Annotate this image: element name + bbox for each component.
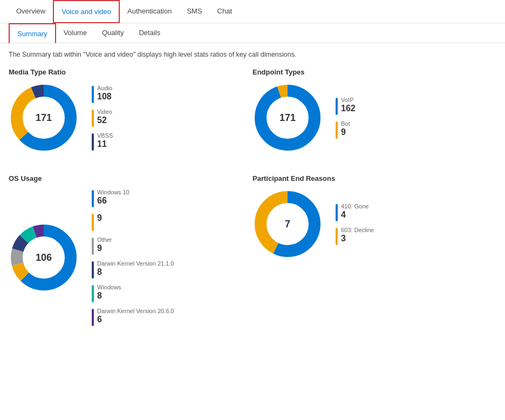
legend-bot-bar [336, 121, 338, 139]
legend-os-orange-bar [92, 214, 94, 231]
legend-os-orange-text: 9 [97, 213, 102, 223]
os-usage-donut: 106 [9, 222, 79, 293]
legend-vbss-bar [92, 133, 94, 151]
legend-vbss-value: 11 [97, 139, 113, 149]
legend-darwin-211-text: Darwin Kernel Version 21.1.0 8 [97, 260, 174, 277]
endpoint-types-content: 171 VoIP 162 Bot 9 [252, 83, 496, 153]
legend-voip-text: VoIP 162 [341, 97, 356, 113]
legend-win10-value: 66 [97, 195, 129, 206]
legend-bot: Bot 9 [336, 120, 356, 139]
legend-603: 603: Decline 3 [336, 227, 374, 245]
top-navigation: Overview Voice and video Authentication … [0, 0, 505, 23]
subnav-summary[interactable]: Summary [9, 23, 56, 43]
legend-voip-value: 162 [341, 103, 356, 113]
chart-os-usage: OS Usage [9, 174, 252, 326]
charts-container: Media Type Ratio 171 [0, 64, 505, 352]
legend-win10-label: Windows 10 [97, 189, 129, 195]
legend-darwin-211-label: Darwin Kernel Version 21.1.0 [97, 260, 174, 267]
legend-windows-value: 8 [97, 290, 121, 301]
legend-other-text: Other 9 [97, 236, 112, 253]
media-type-ratio-total: 171 [36, 112, 52, 124]
charts-row-2: OS Usage [9, 174, 496, 326]
nav-authentication[interactable]: Authentication [120, 1, 179, 23]
page-description: The Summary tab within "Voice and video"… [0, 43, 505, 64]
endpoint-types-donut: 171 [252, 83, 323, 153]
legend-bot-text: Bot 9 [341, 120, 350, 137]
legend-darwin-211-bar [92, 261, 94, 279]
legend-darwin-206-value: 6 [97, 314, 174, 324]
media-type-ratio-legend: Audio 108 Video 52 VBS [92, 85, 113, 151]
legend-audio-value: 108 [97, 91, 112, 101]
legend-other-value: 9 [97, 243, 112, 253]
legend-darwin-206-bar [92, 309, 94, 326]
participant-end-reasons-content: 7 410: Gone 4 603: Decline 3 [252, 189, 496, 259]
legend-darwin-211-value: 8 [97, 267, 174, 277]
legend-603-bar [336, 228, 338, 245]
chart-media-type-ratio: Media Type Ratio 171 [9, 68, 252, 153]
subnav-volume[interactable]: Volume [56, 23, 94, 43]
participant-end-reasons-donut: 7 [252, 189, 323, 259]
legend-video-text: Video 52 [97, 109, 112, 125]
legend-other-label: Other [97, 236, 112, 243]
endpoint-types-title: Endpoint Types [252, 68, 496, 76]
legend-603-text: 603: Decline 3 [341, 227, 374, 243]
legend-other: Other 9 [92, 236, 174, 255]
sub-navigation: Summary Volume Quality Details [0, 23, 505, 43]
legend-603-label: 603: Decline [341, 227, 374, 233]
endpoint-types-total: 171 [279, 112, 296, 124]
endpoint-types-legend: VoIP 162 Bot 9 [336, 97, 356, 139]
legend-video-value: 52 [97, 115, 112, 125]
legend-os-orange: 9 [92, 213, 174, 231]
media-type-ratio-title: Media Type Ratio [9, 68, 252, 76]
legend-410-value: 4 [341, 209, 368, 220]
legend-windows-bar [92, 285, 94, 302]
legend-voip: VoIP 162 [336, 97, 356, 115]
legend-audio-bar [92, 86, 94, 103]
legend-windows-text: Windows 8 [97, 284, 121, 301]
legend-410-text: 410: Gone 4 [341, 203, 368, 220]
legend-win10-bar [92, 190, 94, 207]
os-usage-title: OS Usage [9, 174, 252, 182]
participant-end-reasons-legend: 410: Gone 4 603: Decline 3 [336, 203, 374, 245]
legend-voip-bar [336, 98, 338, 115]
legend-603-value: 3 [341, 233, 374, 243]
legend-other-bar [92, 238, 94, 255]
legend-410: 410: Gone 4 [336, 203, 374, 221]
legend-darwin-206-text: Darwin Kernel Version 20.6.0 6 [97, 308, 174, 324]
legend-windows-label: Windows [97, 284, 121, 290]
legend-voip-label: VoIP [341, 97, 356, 103]
legend-audio-label: Audio [97, 85, 112, 91]
os-usage-legend: Windows 10 66 9 Other [92, 189, 174, 326]
legend-darwin-211: Darwin Kernel Version 21.1.0 8 [92, 260, 174, 279]
legend-audio: Audio 108 [92, 85, 113, 103]
chart-endpoint-types: Endpoint Types 171 VoIP [252, 68, 496, 153]
participant-end-reasons-total: 7 [285, 219, 290, 230]
media-type-ratio-donut: 171 [9, 83, 79, 153]
legend-vbss-label: VBSS [97, 132, 113, 139]
nav-overview[interactable]: Overview [9, 1, 53, 23]
legend-video-label: Video [97, 109, 112, 115]
legend-410-bar [336, 204, 338, 221]
legend-bot-value: 9 [341, 127, 350, 137]
legend-win10-text: Windows 10 66 [97, 189, 129, 206]
legend-video-bar [92, 110, 94, 127]
legend-os-orange-value: 9 [97, 213, 102, 223]
legend-410-label: 410: Gone [341, 203, 368, 209]
nav-chat[interactable]: Chat [210, 1, 240, 23]
participant-end-reasons-title: Participant End Reasons [252, 174, 496, 182]
legend-bot-label: Bot [341, 120, 350, 127]
subnav-quality[interactable]: Quality [94, 23, 131, 43]
legend-win10: Windows 10 66 [92, 189, 174, 207]
legend-darwin-206-label: Darwin Kernel Version 20.6.0 [97, 308, 174, 314]
os-usage-content: 106 Windows 10 66 9 [9, 189, 252, 326]
legend-windows: Windows 8 [92, 284, 174, 302]
os-usage-total: 106 [36, 252, 52, 263]
legend-vbss-text: VBSS 11 [97, 132, 113, 149]
charts-row-1: Media Type Ratio 171 [9, 68, 496, 153]
nav-voice-video[interactable]: Voice and video [53, 0, 120, 23]
nav-sms[interactable]: SMS [179, 1, 209, 23]
legend-audio-text: Audio 108 [97, 85, 112, 101]
legend-vbss: VBSS 11 [92, 132, 113, 151]
subnav-details[interactable]: Details [131, 23, 168, 43]
media-type-ratio-content: 171 Audio 108 Video 52 [9, 83, 252, 153]
